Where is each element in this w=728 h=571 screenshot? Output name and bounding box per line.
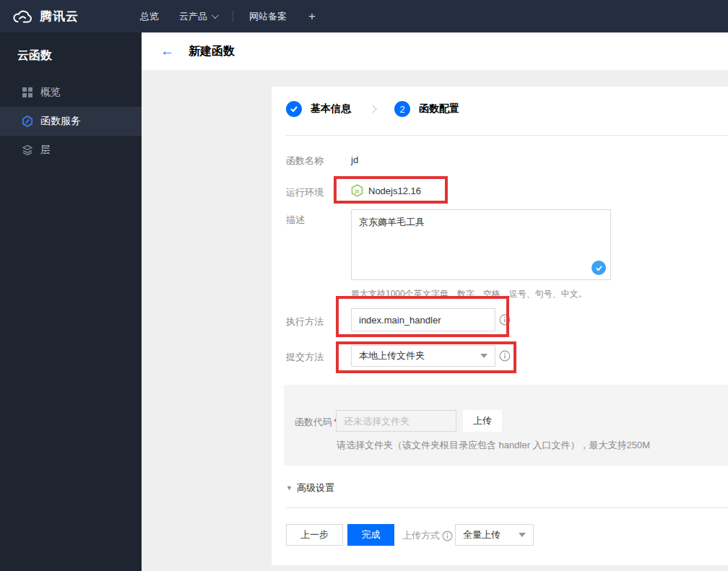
runtime-value: Nodejs12.16: [368, 186, 421, 196]
folder-path-input[interactable]: [336, 410, 456, 432]
top-nav-items: 总览 云产品 网站备案 +: [130, 9, 327, 24]
upload-button[interactable]: 上传: [463, 410, 502, 432]
submit-method-info-icon[interactable]: [499, 350, 511, 362]
sidebar-item-function-service[interactable]: 函数服务: [0, 107, 142, 136]
advanced-settings-label: 高级设置: [297, 481, 334, 494]
layers-icon: [22, 144, 33, 156]
sidebar-item-label: 函数服务: [40, 115, 81, 128]
handler-label: 执行方法: [286, 315, 324, 328]
upload-mode-info-icon[interactable]: [442, 531, 453, 541]
svg-text:js: js: [355, 188, 360, 194]
function-code-section: 函数代码* 上传 请选择文件夹（该文件夹根目录应包含 handler 入口文件）…: [284, 385, 728, 466]
nav-overview[interactable]: 总览: [130, 10, 169, 23]
function-code-hint: 请选择文件夹（该文件夹根目录应包含 handler 入口文件），最大支持250M: [337, 439, 650, 452]
runtime-value-row: js Nodejs12.16: [351, 184, 421, 197]
cloud-logo-icon: [12, 9, 33, 25]
upload-mode-label-text: 上传方式: [402, 529, 440, 542]
page-title: 新建函数: [188, 44, 235, 59]
grid-icon: [22, 87, 33, 98]
function-name-value: jd: [351, 154, 358, 165]
add-nav-button[interactable]: +: [297, 9, 327, 24]
sidebar-title: 云函数: [0, 32, 142, 78]
nav-cloud-products-label: 云产品: [179, 10, 207, 23]
nav-website-icp[interactable]: 网站备案: [239, 10, 297, 23]
scf-hexagon-icon: [22, 115, 33, 127]
step2-label: 函数配置: [419, 103, 459, 115]
brand-name: 腾讯云: [40, 8, 79, 25]
triangle-down-icon: ▼: [286, 484, 292, 492]
sidebar-item-label: 层: [40, 144, 51, 157]
upload-mode-value: 全量上传: [463, 528, 500, 541]
description-hint: 最大支持1000个英文字母、数字、空格、逗号、句号、中文。: [351, 288, 587, 300]
sidebar-item-overview[interactable]: 概览: [0, 78, 142, 107]
description-textarea[interactable]: 京东薅羊毛工具: [351, 209, 611, 280]
finish-button[interactable]: 完成: [347, 524, 394, 546]
step-indicator: 基本信息 2 函数配置: [286, 101, 459, 117]
submit-method-value: 本地上传文件夹: [359, 349, 425, 362]
function-name-label: 函数名称: [286, 154, 324, 167]
step-separator-icon: [368, 105, 376, 113]
submit-method-select[interactable]: 本地上传文件夹: [351, 345, 495, 367]
back-arrow-button[interactable]: ←: [160, 43, 174, 59]
bottom-gutter: [142, 565, 728, 571]
caret-down-icon: [480, 354, 488, 358]
function-code-label: 函数代码*: [295, 416, 337, 429]
function-code-label-text: 函数代码: [295, 417, 332, 427]
sidebar: 云函数 概览 函数服务: [0, 32, 142, 571]
top-navbar: 腾讯云 总览 云产品 网站备案 +: [0, 0, 728, 32]
app-window: 腾讯云 总览 云产品 网站备案 + 云函数 概览: [0, 0, 728, 571]
sidebar-item-label: 概览: [40, 86, 61, 99]
valid-check-icon: [592, 261, 606, 275]
handler-info-icon[interactable]: [499, 314, 511, 326]
step2-number: 2: [394, 101, 410, 117]
chevron-down-icon: [212, 12, 219, 19]
step1-label: 基本信息: [311, 103, 351, 115]
step1-check-icon: [286, 101, 302, 117]
sidebar-item-layers[interactable]: 层: [0, 136, 142, 165]
runtime-label: 运行环境: [286, 186, 324, 199]
advanced-settings-toggle[interactable]: ▼ 高级设置: [286, 481, 334, 494]
nodejs-icon: js: [351, 184, 363, 197]
handler-input[interactable]: [351, 308, 495, 331]
previous-step-button[interactable]: 上一步: [286, 524, 343, 546]
caret-down-icon: [519, 533, 526, 537]
footer-divider: [286, 507, 728, 508]
nav-divider: [233, 11, 233, 22]
upload-mode-label: 上传方式: [402, 529, 453, 542]
page-header: ← 新建函数: [142, 32, 728, 70]
upload-mode-select[interactable]: 全量上传: [455, 524, 534, 546]
nav-cloud-products[interactable]: 云产品: [169, 10, 227, 23]
steps-divider: [286, 135, 728, 136]
description-label: 描述: [286, 214, 305, 227]
brand-logo[interactable]: 腾讯云: [0, 8, 130, 25]
create-function-card: 基本信息 2 函数配置 函数名称 jd 运行环境 js Nodejs12.16 …: [272, 87, 728, 565]
submit-method-label: 提交方法: [286, 351, 324, 364]
